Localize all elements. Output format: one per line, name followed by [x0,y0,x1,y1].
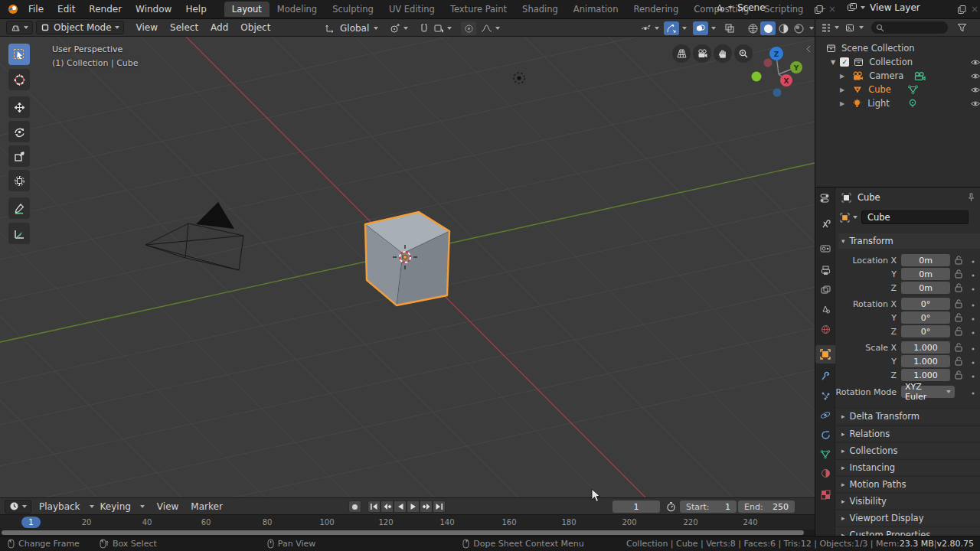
tab-scene[interactable] [815,300,835,318]
auto-keyframe-button[interactable] [348,500,361,513]
outliner-row-collection[interactable]: ▼ ✓ Collection [815,55,980,69]
mesh-data-icon[interactable] [907,84,919,95]
rotation-mode-dropdown[interactable]: XYZ Euler [901,386,955,398]
xray-toggle-icon[interactable] [722,21,737,35]
eye-icon[interactable] [970,72,980,80]
object-name-field[interactable]: Cube [861,210,969,224]
shading-solid-icon[interactable] [760,21,776,35]
workspace-tab-rendering[interactable]: Rendering [626,2,686,17]
overlays-toggle-icon[interactable] [693,21,708,35]
tab-tool[interactable] [815,215,835,233]
object-visibility-icon[interactable] [640,24,652,34]
expand-arrow-icon[interactable]: ▶ [840,86,844,93]
new-scene-icon[interactable] [814,5,824,15]
rotation-y-field[interactable]: 0° [901,311,950,324]
tab-render[interactable] [815,240,835,258]
tab-output[interactable] [815,261,835,279]
remove-view-layer-icon[interactable]: × [971,4,978,15]
gizmos-toggle-icon[interactable] [664,21,679,35]
menu-view[interactable]: View [130,22,164,33]
workspace-tab-shading[interactable]: Shading [514,2,566,17]
menu-keying[interactable]: Keying [94,501,137,512]
tab-texture[interactable] [815,485,835,504]
workspace-tab-texture-paint[interactable]: Texture Paint [443,2,514,17]
zoom-view-button[interactable] [734,44,753,63]
shading-rendered-icon[interactable] [791,21,806,35]
scale-x-field[interactable]: 1.000 [901,341,950,354]
timeline-ruler[interactable]: 1 20 40 60 80 100 120 140 160 180 200 22… [0,514,815,530]
tool-cursor[interactable] [8,69,30,90]
jump-to-end-button[interactable] [433,500,446,513]
current-frame-marker[interactable]: 1 [21,517,41,528]
pin-icon[interactable] [967,193,975,202]
orthographic-grid-button[interactable] [672,44,691,63]
tool-annotate[interactable] [8,197,30,219]
eye-icon[interactable] [970,58,980,67]
menu-playback[interactable]: Playback [33,501,87,512]
jump-to-start-button[interactable] [368,500,381,513]
menu-view-timeline[interactable]: View [151,501,185,512]
object-id-icon[interactable] [840,213,850,223]
location-x-field[interactable]: 0m [901,254,950,266]
gizmo-neg-z-ball[interactable] [773,89,782,97]
rotation-z-field[interactable]: 0° [901,325,950,337]
pivot-point-icon[interactable] [389,23,400,34]
tab-object[interactable] [815,345,835,364]
snap-magnet-icon[interactable] [419,23,430,34]
transform-panel-header[interactable]: ▾ Transform [838,233,980,249]
shading-wireframe-icon[interactable] [745,21,760,35]
timeline-scrollbar-thumb[interactable] [2,530,804,535]
viewport-3d[interactable]: Z Y X User Perspective (1) Collection | … [0,37,815,497]
outliner-display-mode-icon[interactable] [821,23,831,33]
tab-modifiers[interactable] [815,367,835,385]
workspace-tab-layout[interactable]: Layout [224,2,270,17]
scene-selector[interactable]: Scene [714,2,766,13]
outliner-row-cube[interactable]: ▶ Cube [815,83,980,96]
frame-start-field[interactable]: Start:1 [680,500,737,513]
unlink-scene-icon[interactable]: × [828,4,836,15]
tool-transform[interactable] [8,170,30,191]
next-keyframe-button[interactable] [420,500,433,513]
tool-scale[interactable] [8,145,30,167]
play-button[interactable] [407,500,420,513]
menu-add[interactable]: Add [204,22,234,33]
panel-viewport-display[interactable]: ▸Viewport Display [835,510,980,525]
workspace-tab-animation[interactable]: Animation [566,2,626,17]
menu-help[interactable]: Help [178,4,213,15]
tool-measure[interactable] [8,223,30,244]
tab-world[interactable] [815,320,835,338]
light-data-icon[interactable] [907,98,918,109]
outliner-row-light[interactable]: ▶ Light [815,96,980,110]
tool-select-box[interactable] [8,44,30,65]
play-reverse-button[interactable] [394,500,407,513]
pan-view-button[interactable] [714,44,732,63]
menu-marker[interactable]: Marker [185,501,228,512]
panel-instancing[interactable]: ▸Instancing [835,459,980,474]
expand-arrow-icon[interactable]: ▼ [831,59,835,66]
menu-edit[interactable]: Edit [51,4,82,15]
stopwatch-icon[interactable] [666,501,676,512]
scale-z-field[interactable]: 1.000 [901,369,950,381]
tab-view-layer[interactable] [815,281,835,299]
scale-y-field[interactable]: 1.000 [901,355,950,367]
gizmo-neg-x-ball[interactable] [764,59,773,67]
mode-selector[interactable]: Object Mode [36,21,124,34]
editor-type-button[interactable] [6,21,33,34]
workspace-tab-modeling[interactable]: Modeling [270,2,325,17]
view-layer-selector[interactable]: View Layer [847,2,920,13]
menu-window[interactable]: Window [129,4,178,15]
menu-select[interactable]: Select [164,22,204,33]
expand-arrow-icon[interactable]: ▶ [840,73,844,80]
tab-physics[interactable] [815,406,835,424]
orientation-label[interactable]: Global [340,23,369,34]
outliner-row-scene-collection[interactable]: Scene Collection [815,41,980,55]
panel-collections[interactable]: ▸Collections [835,442,980,458]
prev-keyframe-button[interactable] [381,500,394,513]
outliner-row-camera[interactable]: ▶ Camera [815,69,980,83]
panel-relations[interactable]: ▸Relations [835,425,980,441]
collection-checkbox[interactable]: ✓ [840,57,849,67]
editor-type-properties-icon[interactable] [815,189,835,207]
tab-object-data[interactable] [815,445,835,463]
eye-icon[interactable] [970,86,980,94]
menu-object[interactable]: Object [234,22,276,33]
